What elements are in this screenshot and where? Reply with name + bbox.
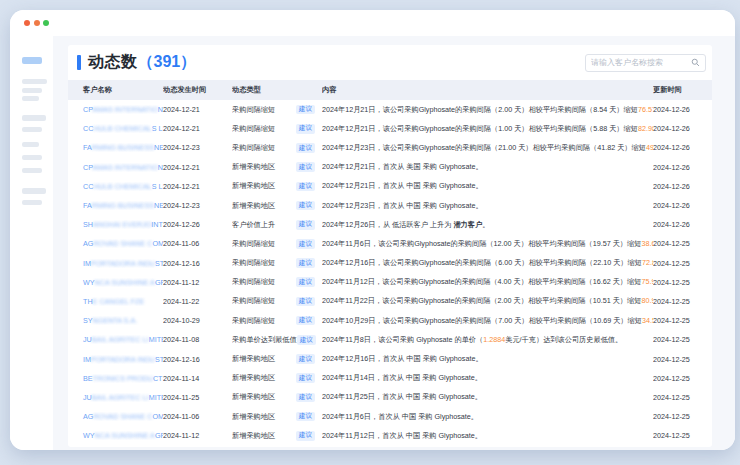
event-content: 2024年11月8日，该公司采购 Glyphosate 的单价（1.2884美元… xyxy=(322,335,653,345)
sidebar-item[interactable] xyxy=(22,115,46,121)
event-date: 2024-12-16 xyxy=(163,355,232,364)
customer-name-link[interactable]: FARMING BUSINESSNET... xyxy=(68,201,163,210)
page-title: 动态数 xyxy=(88,52,138,73)
search-input[interactable] xyxy=(591,58,691,67)
update-date: 2024-12-26 xyxy=(653,105,712,114)
customer-name-link[interactable]: CCHULB CHEMICALS LLC xyxy=(68,182,163,191)
customer-name-link[interactable]: FARMING BUSINESSNET... xyxy=(68,143,163,152)
event-content: 2024年11月12日，该公司采购Glyphosate的采购间隔（4.00 天）… xyxy=(322,277,653,287)
update-date: 2024-12-25 xyxy=(653,431,712,440)
suggestion-badge: 建议 xyxy=(296,412,315,422)
sidebar-item[interactable] xyxy=(22,142,39,147)
update-date: 2024-12-26 xyxy=(653,182,712,191)
event-type-label: 采购间隔缩短 xyxy=(232,258,275,268)
customer-name-link[interactable]: JUBAIL AGRITEC LIMITED xyxy=(68,393,163,402)
customer-name-link[interactable]: BETRONICS PRODUCTIO... xyxy=(68,374,163,383)
table-row[interactable]: WYNCA SUNSHINE AGRIC ... 2024-11-12 采购间隔… xyxy=(68,273,712,292)
sidebar-item[interactable] xyxy=(22,96,39,101)
dynamics-count: （391） xyxy=(138,52,197,73)
sidebar-item[interactable] xyxy=(22,188,46,194)
table-row[interactable]: IMPORTADORA INDUSTRIA... 2024-12-16 新增采购… xyxy=(68,349,712,368)
event-type-label: 新增采购地区 xyxy=(232,412,275,422)
column-header-content: 内容 xyxy=(322,85,653,95)
event-date: 2024-12-21 xyxy=(163,163,232,172)
customer-name-link[interactable]: CPAMAS INTERNATIONAL L... xyxy=(68,163,163,172)
table-row[interactable]: SHANGHAI EVERJOINTER... 2024-12-26 客户价值上… xyxy=(68,215,712,234)
customer-name-link[interactable]: CCHULB CHEMICALS LLC xyxy=(68,124,163,133)
sidebar-item[interactable] xyxy=(22,155,42,160)
table-row[interactable]: WYNCA SUNSHINE AGRIC ... 2024-11-12 新增采购… xyxy=(68,426,712,445)
table-row[interactable]: SYNGENTA S.A. 2024-10-29 采购间隔缩短 建议 2024年… xyxy=(68,311,712,330)
table-row[interactable]: CCHULB CHEMICALS LLC 2024-12-21 新增采购地区 建… xyxy=(68,177,712,196)
customer-name-link[interactable]: CPAMAS INTERNATIONAL L... xyxy=(68,105,163,114)
event-content: 2024年11月14日，首次从 中国 采购 Glyphosate。 xyxy=(322,373,653,383)
suggestion-badge: 建议 xyxy=(296,316,315,326)
search-icon[interactable] xyxy=(691,58,700,67)
table-row[interactable]: FARMING BUSINESSNET... 2024-12-23 采购间隔缩短… xyxy=(68,138,712,157)
customer-name-link[interactable]: IMPORTADORA INDUSTRIA... xyxy=(68,259,163,268)
event-content: 2024年11月22日，该公司采购Glyphosate的采购间隔（2.00 天）… xyxy=(322,296,653,306)
event-content: 2024年11月6日，该公司采购Glyphosate的采购间隔（12.00 天）… xyxy=(322,239,653,249)
event-type-label: 采购单价达到最低值 xyxy=(232,335,297,345)
table-body: CPAMAS INTERNATIONAL L... 2024-12-21 采购间… xyxy=(68,100,712,445)
suggestion-badge: 建议 xyxy=(296,277,315,287)
table-row[interactable]: IMPORTADORA INDUSTRIA... 2024-12-16 采购间隔… xyxy=(68,254,712,273)
table-row[interactable]: FARMING BUSINESSNET... 2024-12-23 新增采购地区… xyxy=(68,196,712,215)
table-row[interactable]: JUBAIL AGRITEC LIMITED 2024-11-25 新增采购地区… xyxy=(68,388,712,407)
event-date: 2024-11-06 xyxy=(163,412,232,421)
event-date: 2024-12-23 xyxy=(163,143,232,152)
table-row[interactable]: CPAMAS INTERNATIONAL L... 2024-12-21 新增采… xyxy=(68,158,712,177)
suggestion-badge: 建议 xyxy=(296,143,315,153)
sidebar-item[interactable] xyxy=(22,168,42,173)
event-type-label: 采购间隔缩短 xyxy=(232,277,275,287)
column-header-event-time: 动态发生时间 xyxy=(163,85,232,95)
event-content: 2024年10月29日，该公司采购Glyphosate的采购间隔（7.00 天）… xyxy=(322,316,653,326)
customer-name-link[interactable]: IMPORTADORA INDUSTRIA... xyxy=(68,355,163,364)
table-row[interactable]: AGROVAD SHANE COMPA... 2024-11-06 采购间隔缩短… xyxy=(68,234,712,253)
panel-header: 动态数 （391） xyxy=(68,45,712,80)
table-row[interactable]: JUBAIL AGRITEC LIMITED 2024-11-08 采购单价达到… xyxy=(68,330,712,349)
suggestion-badge: 建议 xyxy=(296,258,315,268)
minimize-button[interactable] xyxy=(34,20,40,26)
update-date: 2024-12-26 xyxy=(653,124,712,133)
customer-name-link[interactable]: SYNGENTA S.A. xyxy=(68,316,163,325)
customer-name-link[interactable]: THE CANGEL FZE xyxy=(68,297,163,306)
table-row[interactable]: AGROVAD SHANE COMPA... 2024-11-06 新增采购地区… xyxy=(68,407,712,426)
event-type-label: 客户价值上升 xyxy=(232,220,275,230)
sidebar-item[interactable] xyxy=(22,88,42,93)
event-date: 2024-11-08 xyxy=(163,335,232,344)
customer-name-link[interactable]: AGROVAD SHANE COMPA... xyxy=(68,239,163,248)
table-row[interactable]: BETRONICS PRODUCTIO... 2024-11-14 新增采购地区… xyxy=(68,369,712,388)
customer-name-link[interactable]: WYNCA SUNSHINE AGRIC ... xyxy=(68,278,163,287)
customer-name-link[interactable]: AGROVAD SHANE COMPA... xyxy=(68,412,163,421)
maximize-button[interactable] xyxy=(43,20,49,26)
sidebar-item-active[interactable] xyxy=(22,57,42,64)
table-row[interactable]: CCHULB CHEMICALS LLC 2024-12-21 采购间隔缩短 建… xyxy=(68,119,712,138)
update-date: 2024-12-25 xyxy=(653,239,712,248)
event-content: 2024年12月21日，该公司采购Glyphosate的采购间隔（1.00 天）… xyxy=(322,124,653,134)
update-date: 2024-12-25 xyxy=(653,297,712,306)
event-type-label: 采购间隔缩短 xyxy=(232,124,275,134)
sidebar-item[interactable] xyxy=(22,127,42,132)
update-date: 2024-12-25 xyxy=(653,355,712,364)
table-row[interactable]: CPAMAS INTERNATIONAL L... 2024-12-21 采购间… xyxy=(68,100,712,119)
customer-search-box xyxy=(585,54,706,72)
close-button[interactable] xyxy=(24,20,30,26)
suggestion-badge: 建议 xyxy=(296,297,315,307)
suggestion-badge: 建议 xyxy=(296,373,315,383)
sidebar-item[interactable] xyxy=(22,200,42,205)
update-date: 2024-12-25 xyxy=(653,393,712,402)
event-date: 2024-11-22 xyxy=(163,297,232,306)
table-row[interactable]: THE CANGEL FZE 2024-11-22 采购间隔缩短 建议 2024… xyxy=(68,292,712,311)
customer-name-link[interactable]: WYNCA SUNSHINE AGRIC ... xyxy=(68,431,163,440)
event-type-label: 新增采购地区 xyxy=(232,354,275,364)
sidebar xyxy=(10,36,53,450)
sidebar-item[interactable] xyxy=(22,79,47,84)
event-content: 2024年11月6日，首次从 中国 采购 Glyphosate。 xyxy=(322,412,653,422)
customer-name-link[interactable]: JUBAIL AGRITEC LIMITED xyxy=(68,335,163,344)
event-type-label: 采购间隔缩短 xyxy=(232,143,275,153)
table-header-row: 客户名称 动态发生时间 动态类型 内容 更新时间 xyxy=(68,80,712,100)
customer-name-link[interactable]: SHANGHAI EVERJOINTER... xyxy=(68,220,163,229)
column-header-customer-name: 客户名称 xyxy=(68,85,163,95)
suggestion-badge: 建议 xyxy=(296,393,315,403)
